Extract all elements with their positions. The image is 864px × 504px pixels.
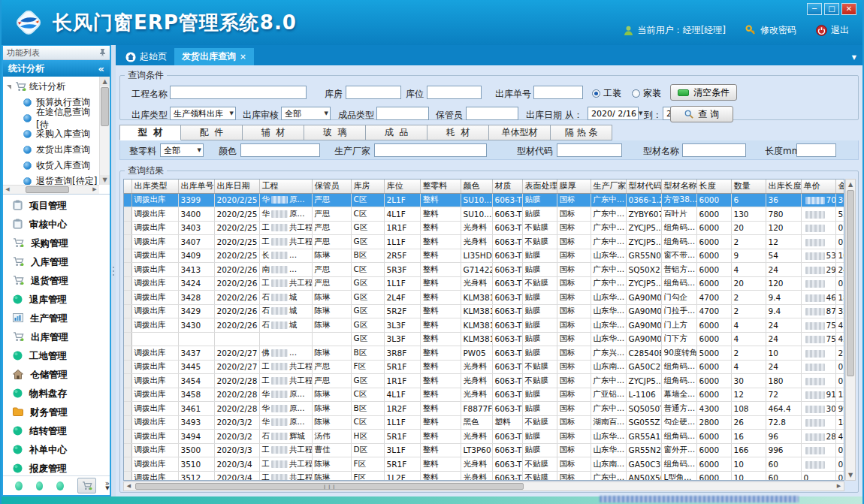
row-header-cell[interactable] [124, 276, 131, 291]
tree-item-2[interactable]: 采购入库查询 [7, 126, 98, 142]
row-header-cell[interactable] [124, 457, 131, 472]
table-row[interactable]: 调拨出库34132020/2/26南...严思C区5R3F整料G71422606… [124, 263, 844, 277]
sidebar-item-5[interactable]: 退库管理 [3, 291, 110, 309]
scroll-right-icon[interactable]: ▶ [90, 186, 99, 194]
column-header-2[interactable]: 出库日期 [214, 180, 259, 193]
more-buttons-menu[interactable]: »▼ [105, 481, 110, 491]
product-type-input[interactable] [376, 107, 429, 120]
scroll-down-icon[interactable]: ▼ [100, 175, 110, 185]
column-header-7[interactable]: 整零料 [420, 180, 461, 193]
table-row[interactable]: 调拨出库35122020/3/4工共工程陈琳F区1L2F整料光身料6063-T5… [124, 471, 844, 481]
minimize-button[interactable]: ─ [807, 3, 822, 15]
column-header-0[interactable]: 出库类型 [131, 180, 178, 193]
column-header-19[interactable]: 金额 [835, 180, 844, 193]
tab-dropdown-icon[interactable]: ▼ [852, 54, 856, 61]
table-row[interactable]: 调拨出库34242020/2/26工共工程严思G区1L1F整料光身料6063-T… [124, 276, 844, 291]
sidebar-item-0[interactable]: 项目管理 [3, 197, 110, 216]
sidebar-item-13[interactable]: 补单中心 [3, 441, 110, 460]
keeper-input[interactable] [466, 107, 518, 120]
grid-horizontal-scrollbar[interactable]: ◀ ❙❙❙ ▶ [123, 481, 844, 491]
sidebar-item-8[interactable]: 工地管理 [3, 347, 110, 366]
sidebar-item-7[interactable]: 出库管理 [3, 328, 110, 347]
tree-hscroll-thumb[interactable] [26, 186, 69, 193]
warehouse-input[interactable] [346, 86, 401, 99]
table-row[interactable]: 调拨出库34612020/2/28华原...陈琳B区1R2F整料F8877FT6… [124, 402, 844, 416]
grid-hscroll-thumb[interactable]: ❙❙❙ [135, 483, 524, 490]
row-header-cell[interactable] [124, 193, 131, 207]
row-header-cell[interactable] [124, 415, 131, 430]
tree-root-statistics[interactable]: 统计分析 [7, 79, 98, 95]
row-header-cell[interactable] [124, 291, 131, 305]
location-input[interactable] [427, 86, 482, 99]
profile-name-input[interactable] [682, 143, 746, 157]
sidebar-item-3[interactable]: 入库管理 [3, 253, 110, 272]
order-no-input[interactable] [533, 86, 583, 99]
column-header-14[interactable]: 型材名称 [661, 180, 696, 193]
statistics-shortcut-button[interactable] [77, 478, 96, 493]
column-header-1[interactable]: 出库单号 [178, 180, 214, 193]
quick-item-icon[interactable] [15, 481, 23, 490]
scroll-down-icon[interactable]: ▼ [846, 470, 855, 480]
tree-item-3[interactable]: 发货出库查询 [7, 142, 98, 158]
scroll-right-icon[interactable]: ▶ [834, 482, 844, 490]
sidebar-item-2[interactable]: 采购管理 [3, 234, 110, 253]
material-tab-3[interactable]: 玻 璃 [304, 125, 366, 140]
table-row[interactable]: 调拨出库33992020/2/25华原...严思C区2L1F整料SU10...6… [124, 193, 844, 207]
row-header-cell[interactable] [124, 388, 131, 402]
clear-conditions-button[interactable]: 清空条件 [670, 84, 737, 101]
sidebar-item-1[interactable]: 审核中心 [3, 216, 110, 234]
tree-scroll-thumb[interactable] [101, 87, 109, 126]
sidebar-item-6[interactable]: 生产管理 [3, 309, 110, 328]
table-row[interactable]: 调拨出库34542020/2/28工共工程严思G区1R1F整料光身料6063-T… [124, 374, 844, 388]
row-header-cell[interactable] [124, 402, 131, 416]
table-row[interactable]: 调拨出库34292020/2/26石城陈琳G区5R2F整料KLM38176063… [124, 304, 844, 318]
row-header-cell[interactable] [124, 235, 131, 249]
material-tab-1[interactable]: 配 件 [181, 125, 243, 140]
pin-icon[interactable] [99, 49, 106, 57]
column-header-15[interactable]: 长度 [696, 180, 731, 193]
logout-button[interactable]: 退出 [816, 24, 849, 37]
column-header-6[interactable]: 库位 [384, 180, 420, 193]
row-header-cell[interactable] [124, 207, 131, 222]
row-header-cell[interactable] [124, 430, 131, 444]
material-tab-5[interactable]: 耗 材 [427, 125, 489, 140]
row-header-cell[interactable] [124, 471, 131, 481]
column-header-8[interactable]: 颜色 [461, 180, 492, 193]
profile-code-input[interactable] [557, 143, 622, 157]
row-header-cell[interactable] [124, 318, 131, 333]
column-header-11[interactable]: 膜厚 [557, 180, 591, 193]
table-row[interactable]: 调拨出库34372020/2/27佛...陈琳B区3R8F整料PW056063-… [124, 346, 844, 361]
row-header-cell[interactable] [124, 346, 131, 361]
table-row[interactable]: 调拨出库34942020/3/2石辉城汤伟H区5R1F整料光身料6063-T5贴… [124, 430, 844, 444]
scroll-left-icon[interactable]: ◀ [124, 482, 134, 490]
row-header-cell[interactable] [124, 249, 131, 263]
search-button[interactable]: 查 询 [670, 106, 733, 122]
sidebar-item-11[interactable]: 财务管理 [3, 403, 110, 422]
tree-expander-icon[interactable] [7, 85, 11, 89]
row-header-cell[interactable] [124, 360, 131, 374]
column-header-16[interactable]: 数量 [731, 180, 766, 193]
column-header-10[interactable]: 表面处理 [522, 180, 557, 193]
row-header-cell[interactable] [124, 221, 131, 235]
tree-item-1[interactable]: 在途信息查询[待 [7, 110, 98, 126]
tab-shipment-query[interactable]: 发货出库查询 × [174, 48, 254, 65]
table-row[interactable]: 调拨出库34282020/2/26石城陈琳G区2L4F整料KLM38176063… [124, 291, 844, 305]
audit-combo[interactable]: 全部▼ [281, 107, 331, 120]
table-row[interactable]: 调拨出库34932020/3/2华原...陈琳C区1L1F整料黑色塑料不贴膜国标… [124, 415, 844, 430]
column-header-3[interactable]: 工程 [259, 180, 312, 193]
material-tab-4[interactable]: 成 品 [366, 125, 427, 140]
tab-close-icon[interactable]: × [240, 52, 246, 62]
length-input[interactable] [796, 143, 836, 157]
column-header-17[interactable]: 出库长度 [766, 180, 801, 193]
table-row[interactable]: 调拨出库34092020/2/25长...陈琳B区2R5F整料LI35HD606… [124, 249, 844, 263]
sidebar-item-10[interactable]: 物料盘存 [3, 385, 110, 403]
tree-vertical-scrollbar[interactable]: ▲ ▼ [99, 77, 110, 185]
quick-item-icon[interactable] [56, 481, 64, 490]
row-header-cell[interactable] [124, 263, 131, 277]
sidebar-item-9[interactable]: 仓储管理 [3, 366, 110, 385]
date-from-picker[interactable]: 2020/ 2/16▼ [588, 107, 639, 120]
current-user[interactable]: 当前用户：经理[经理] [623, 24, 726, 37]
sidebar-item-12[interactable]: 结转管理 [3, 422, 110, 441]
radio-jiazhuang[interactable] [632, 89, 640, 98]
table-row[interactable]: 调拨出库34302020/2/26石城陈琳G区3L3F整料KLM38176063… [124, 318, 844, 333]
